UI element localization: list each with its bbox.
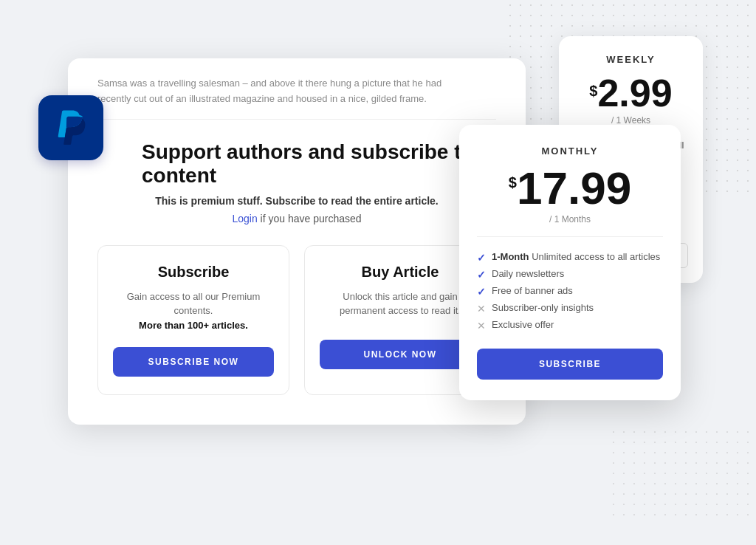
subscribe-desc: Gain access to all our Premium contents.… <box>113 289 274 333</box>
buy-desc: Unlock this article and gain permanent a… <box>320 289 481 325</box>
weekly-price-period: / 1 Weeks <box>574 115 688 126</box>
login-prompt: Login if you have purchased <box>97 213 496 224</box>
check-icon: ✓ <box>477 269 486 281</box>
main-subscription-card: Samsa was a travelling salesman – and ab… <box>68 58 526 425</box>
monthly-feature-list: ✓ 1-Month Unlimited access to all articl… <box>477 249 663 334</box>
unlock-now-button[interactable]: UNLOCK NOW <box>320 340 481 369</box>
scene: Samsa was a travelling salesman – and ab… <box>46 29 710 516</box>
monthly-subscribe-button[interactable]: SUBSCRIBE <box>477 349 663 380</box>
list-item: ✓ Free of banner ads <box>477 283 663 300</box>
exclusive-offer: Exclusive offer <box>492 319 554 330</box>
subscribe-now-button[interactable]: SUBSCRIBE NOW <box>113 347 274 377</box>
check-icon: ✓ <box>477 286 486 298</box>
weekly-price-amount: 2.99 <box>597 72 672 114</box>
paypal-logo <box>38 95 103 160</box>
weekly-price-dollar: $ <box>589 83 597 100</box>
login-link[interactable]: Login <box>232 213 257 224</box>
divider <box>477 236 663 237</box>
subscribe-title: Subscribe <box>113 264 274 281</box>
monthly-plan-label: MONTHLY <box>477 145 663 157</box>
subscribe-option: Subscribe Gain access to all our Premium… <box>97 245 289 396</box>
monthly-price-period: / 1 Months <box>477 214 663 224</box>
list-item: ✓ 1-Month Unlimited access to all articl… <box>477 249 663 266</box>
buy-title: Buy Article <box>320 264 481 281</box>
monthly-price-dollar: $ <box>509 174 517 191</box>
x-icon: ✕ <box>477 320 486 332</box>
list-item: ✓ Daily newsletters <box>477 266 663 283</box>
monthly-price-display: $17.99 <box>477 165 663 211</box>
options-row: Subscribe Gain access to all our Premium… <box>97 245 496 396</box>
weekly-plan-label: WEEKLY <box>574 54 688 65</box>
main-title: Support authors and subscribe to content <box>142 140 496 188</box>
main-subtitle: This is premium stuff. Subscribe to read… <box>97 195 496 207</box>
subscribe-highlight: More than 100+ articles. <box>139 320 248 331</box>
article-text: Samsa was a travelling salesman – and ab… <box>97 76 452 107</box>
weekly-price-display: $2.99 <box>574 74 688 112</box>
monthly-price-amount: 17.99 <box>517 162 631 213</box>
x-icon: ✕ <box>477 303 486 315</box>
check-icon: ✓ <box>477 252 486 264</box>
free-of-banner-ads: Free of banner ads <box>492 285 573 296</box>
monthly-card: MONTHLY $17.99 / 1 Months ✓ 1-Month Unli… <box>459 125 681 400</box>
article-preview: Samsa was a travelling salesman – and ab… <box>97 58 496 120</box>
list-item: ✕ Subscriber-only insights <box>477 300 663 317</box>
list-item: ✕ Exclusive offer <box>477 317 663 334</box>
